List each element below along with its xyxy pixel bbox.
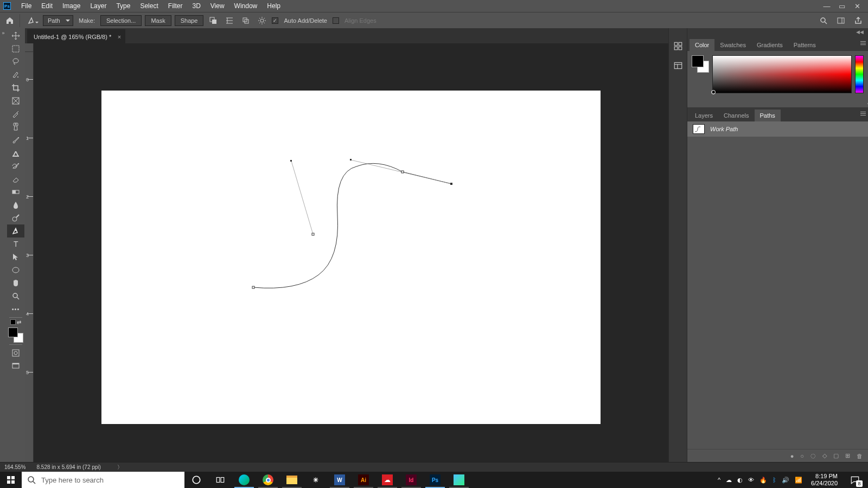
- eraser-tool[interactable]: [7, 172, 24, 185]
- fill-path-icon[interactable]: ●: [790, 453, 794, 459]
- minimize-button[interactable]: —: [819, 0, 834, 12]
- word-icon[interactable]: W: [328, 472, 352, 488]
- vertical-ruler[interactable]: 012345: [25, 52, 34, 462]
- history-brush-tool[interactable]: [7, 159, 24, 172]
- close-window-button[interactable]: ✕: [850, 0, 865, 12]
- auto-add-delete-checkbox[interactable]: ✓: [272, 17, 278, 24]
- zoom-tool[interactable]: [7, 290, 24, 303]
- photoshop-taskbar-icon[interactable]: Ps: [423, 472, 447, 488]
- type-tool[interactable]: T: [7, 237, 24, 251]
- notifications-icon[interactable]: 8: [846, 472, 864, 488]
- healing-brush-tool[interactable]: [7, 120, 24, 133]
- bluetooth-icon[interactable]: ᛒ: [773, 477, 776, 483]
- menu-image[interactable]: Image: [58, 0, 85, 12]
- menu-view[interactable]: View: [206, 0, 229, 12]
- hue-slider[interactable]: [855, 55, 864, 93]
- settings-icon[interactable]: [304, 472, 328, 488]
- path-to-selection-icon[interactable]: ◌: [810, 452, 816, 459]
- edge-icon[interactable]: [232, 472, 256, 488]
- brush-tool[interactable]: [7, 133, 24, 146]
- canvas[interactable]: [101, 91, 601, 424]
- task-view-icon[interactable]: [208, 472, 232, 488]
- indesign-icon[interactable]: Id: [399, 472, 423, 488]
- status-menu-chevron[interactable]: 〉: [117, 464, 123, 471]
- onedrive-icon[interactable]: ☁: [726, 477, 732, 484]
- current-tool-icon[interactable]: [23, 14, 40, 27]
- stroke-path-icon[interactable]: ○: [800, 453, 804, 459]
- blur-tool[interactable]: [7, 198, 24, 211]
- taskbar-clock[interactable]: 8:19 PM 6/24/2020: [808, 473, 841, 487]
- add-mask-icon[interactable]: ▢: [833, 452, 839, 459]
- panel-menu-icon[interactable]: [858, 110, 866, 117]
- tab-swatches[interactable]: Swatches: [714, 39, 751, 51]
- quick-mask-icon[interactable]: [7, 346, 24, 359]
- quick-selection-tool[interactable]: [7, 68, 24, 81]
- make-mask-button[interactable]: Mask: [145, 15, 171, 26]
- tab-paths[interactable]: Paths: [755, 110, 781, 121]
- share-icon[interactable]: [852, 14, 865, 27]
- color-panel-swatches[interactable]: [692, 55, 709, 73]
- tray-chevron-icon[interactable]: ^: [718, 477, 720, 483]
- new-path-icon[interactable]: ⊞: [845, 452, 850, 459]
- gear-icon[interactable]: [256, 14, 269, 27]
- make-selection-button[interactable]: Selection...: [100, 15, 142, 26]
- access-icon[interactable]: 👁: [748, 477, 754, 483]
- move-tool[interactable]: [7, 29, 24, 42]
- steam-icon[interactable]: ◐: [737, 477, 743, 484]
- panel-menu-icon[interactable]: [858, 39, 866, 47]
- path-selection-tool[interactable]: [7, 251, 24, 264]
- home-button[interactable]: [3, 14, 16, 27]
- wifi-icon[interactable]: 📶: [795, 477, 802, 484]
- path-alignment-icon[interactable]: [223, 14, 236, 27]
- path-operations-icon[interactable]: [207, 14, 220, 27]
- crop-tool[interactable]: [7, 81, 24, 94]
- zoom-level[interactable]: 164.55%: [4, 464, 25, 470]
- menu-edit[interactable]: Edit: [36, 0, 58, 12]
- illustrator-icon[interactable]: Ai: [352, 472, 375, 488]
- screen-mode-icon[interactable]: [7, 359, 24, 373]
- menu-type[interactable]: Type: [111, 0, 135, 12]
- path-item[interactable]: Work Path: [687, 121, 868, 137]
- start-button[interactable]: [0, 472, 22, 488]
- restore-button[interactable]: ▭: [834, 0, 850, 12]
- properties-panel-icon[interactable]: [672, 60, 684, 72]
- taskbar-search[interactable]: Type here to search: [22, 472, 184, 488]
- lasso-tool[interactable]: [7, 55, 24, 68]
- make-shape-button[interactable]: Shape: [175, 15, 204, 26]
- frame-tool[interactable]: [7, 94, 24, 107]
- tool-mode-dropdown[interactable]: Path: [43, 15, 73, 26]
- eyedropper-tool[interactable]: [7, 107, 24, 120]
- marquee-tool[interactable]: [7, 42, 24, 55]
- photos-icon[interactable]: [447, 472, 471, 488]
- default-colors-icon[interactable]: [10, 319, 16, 325]
- tab-channels[interactable]: Channels: [718, 110, 754, 121]
- path-arrangement-icon[interactable]: [239, 14, 252, 27]
- volume-icon[interactable]: 🔊: [782, 477, 789, 484]
- collapse-panels-icon[interactable]: ◀◀: [856, 29, 864, 35]
- file-explorer-icon[interactable]: [280, 472, 304, 488]
- menu-filter[interactable]: Filter: [163, 0, 188, 12]
- chrome-icon[interactable]: [256, 472, 280, 488]
- delete-path-icon[interactable]: 🗑: [857, 453, 863, 459]
- shape-tool[interactable]: [7, 264, 24, 277]
- edit-toolbar-button[interactable]: •••: [7, 303, 24, 316]
- menu-help[interactable]: Help: [262, 0, 285, 12]
- menu-select[interactable]: Select: [135, 0, 163, 12]
- tab-patterns[interactable]: Patterns: [788, 39, 821, 51]
- menu-layer[interactable]: Layer: [85, 0, 111, 12]
- tab-gradients[interactable]: Gradients: [751, 39, 788, 51]
- tray-app-icon[interactable]: 🔥: [760, 477, 767, 484]
- ruler-origin[interactable]: [25, 43, 34, 52]
- toolbox-collapse-strip[interactable]: »: [0, 28, 7, 462]
- creative-cloud-icon[interactable]: ☁: [375, 472, 399, 488]
- pen-tool[interactable]: [7, 224, 24, 237]
- color-swatches[interactable]: [8, 328, 23, 343]
- search-icon[interactable]: [817, 14, 830, 27]
- dodge-tool[interactable]: [7, 211, 24, 224]
- hand-tool[interactable]: [7, 277, 24, 290]
- tab-layers[interactable]: Layers: [690, 110, 718, 121]
- selection-to-path-icon[interactable]: ◇: [822, 452, 827, 459]
- menu-3d[interactable]: 3D: [187, 0, 205, 12]
- menu-window[interactable]: Window: [229, 0, 263, 12]
- color-field[interactable]: [712, 55, 852, 93]
